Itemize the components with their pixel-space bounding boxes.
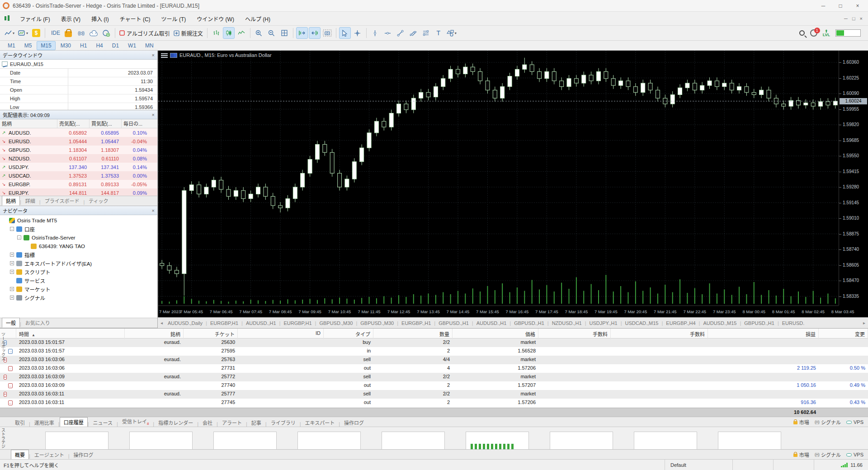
toolbox-tab-会社[interactable]: 会社 xyxy=(198,418,217,428)
tester-preview-card[interactable] xyxy=(634,432,697,449)
toolbox-tab-記事[interactable]: 記事 xyxy=(247,418,265,428)
toolbox-tab-口座履歴[interactable]: 口座履歴 xyxy=(60,417,88,427)
chart-tab-AUDUSD.,H1[interactable]: AUDUSD.,H1 xyxy=(473,319,510,327)
navigator-item[interactable]: -口座 xyxy=(0,225,157,233)
shapes-button[interactable]: ▾ xyxy=(445,27,458,39)
channel-button[interactable] xyxy=(407,27,419,39)
text-tool-button[interactable]: T xyxy=(433,27,444,39)
horizontal-line-button[interactable] xyxy=(382,27,394,39)
expand-icon[interactable]: + xyxy=(10,296,14,300)
screenshot-button[interactable] xyxy=(321,27,333,39)
chart-tab-AUDUSD.,Daily[interactable]: AUDUSD.,Daily xyxy=(165,319,206,327)
toolbox-tab-操作ログ[interactable]: 操作ログ xyxy=(340,418,368,428)
market-watch-row[interactable]: ↘GBPUSD.1.183041.183070.04% xyxy=(0,146,157,154)
collapse-icon[interactable]: - xyxy=(10,227,14,231)
chart-tab-USDCAD.,M15[interactable]: USDCAD.,M15 xyxy=(622,319,662,327)
timeframe-M15[interactable]: M15 xyxy=(37,41,55,50)
level-indicator[interactable]: LVL xyxy=(823,29,830,37)
signal-status[interactable]: ((•))シグナル xyxy=(815,418,841,426)
vertical-line-button[interactable] xyxy=(369,27,381,39)
navigator-item[interactable]: +Osiris Trade MT5 xyxy=(0,216,157,225)
tester-tab-概要[interactable]: 概要 xyxy=(11,450,29,460)
navigator-item[interactable]: +サービス xyxy=(0,276,157,285)
collapse-icon[interactable]: - xyxy=(17,235,21,240)
toolbox-tab-運用比率[interactable]: 運用比率 xyxy=(30,418,58,428)
tester-preview-card[interactable] xyxy=(382,432,445,449)
toolbox-tab-エキスパート[interactable]: エキスパート xyxy=(301,418,339,428)
auto-scroll-button[interactable] xyxy=(296,27,308,39)
timeframe-H4[interactable]: H4 xyxy=(92,41,107,50)
expand-icon[interactable]: + xyxy=(10,270,14,274)
chart-tab-EURUSD.[interactable]: EURUSD. xyxy=(779,319,808,327)
ide-button[interactable]: IDE xyxy=(48,27,61,39)
column-損益[interactable]: 損益 xyxy=(708,329,819,339)
timeframe-MN[interactable]: MN xyxy=(141,41,158,50)
column-チケット[interactable]: チケット xyxy=(184,329,238,339)
column-価格[interactable]: 価格 xyxy=(453,329,538,339)
menu-ヘルプ (H)[interactable]: ヘルプ (H) xyxy=(240,13,276,24)
history-row[interactable]: ≡2023.03.03 16:03:11euraud.25777sell2/2m… xyxy=(0,390,868,399)
history-row[interactable]: ←2023.03.03 16:03:0927740out21.572071 05… xyxy=(0,381,868,390)
data-window-symbol-row[interactable]: EURAUD.,M15 xyxy=(0,60,157,69)
child-close-button[interactable]: × xyxy=(860,16,863,21)
cloud-button[interactable] xyxy=(88,27,99,39)
community-button[interactable] xyxy=(100,27,112,39)
tester-preview-card[interactable] xyxy=(466,432,529,449)
timeframe-M1[interactable]: M1 xyxy=(4,41,19,50)
chart-tab-GBPUSD.,H1[interactable]: GBPUSD.,H1 xyxy=(741,319,778,327)
bars-chart-button[interactable] xyxy=(210,27,222,39)
navigator-item[interactable]: +シグナル xyxy=(0,293,157,302)
menu-挿入 (I)[interactable]: 挿入 (I) xyxy=(86,13,114,24)
chart-tab-AUDUSD.,H1[interactable]: AUDUSD.,H1 xyxy=(243,319,279,327)
column-数量[interactable]: 数量 xyxy=(373,329,453,339)
chart-tab-GBPUSD.,H1[interactable]: GBPUSD.,H1 xyxy=(511,319,547,327)
profile-selector[interactable]: Default xyxy=(665,460,732,470)
column-時間[interactable]: 時間▲ xyxy=(16,329,125,339)
market-watch-header[interactable]: 銘柄 売気配(... 買気配(... 毎日の... xyxy=(0,119,157,128)
crosshair-button[interactable] xyxy=(352,27,363,39)
chart-tab-NZDUSD.,H1[interactable]: NZDUSD.,H1 xyxy=(549,319,585,327)
market-watch-row[interactable]: ↘EURUSD.1.054441.05447-0.04% xyxy=(0,137,157,146)
market-status[interactable]: 市場 xyxy=(793,418,809,426)
column-手数料[interactable]: 手数料 xyxy=(611,329,708,339)
new-order-button[interactable]: 新規注文 xyxy=(172,27,204,39)
mw-tab-プライスボード[interactable]: プライスボード xyxy=(41,196,84,206)
navigator-item[interactable]: +エキスパートアドバイザ(EA) xyxy=(0,259,157,268)
market-bag-button[interactable] xyxy=(62,27,74,39)
chart-tab-AUDUSD.,M15[interactable]: AUDUSD.,M15 xyxy=(700,319,740,327)
scroll-left-icon[interactable]: ◂ xyxy=(159,320,165,325)
history-row[interactable]: ≡2023.03.03 16:03:09euraud.25772sell2/2m… xyxy=(0,373,868,381)
child-restore-button[interactable]: □ xyxy=(852,16,855,21)
history-row[interactable]: ≡2023.03.03 15:01:57euraud.25630buy2/2ma… xyxy=(0,338,868,347)
timeframe-M5[interactable]: M5 xyxy=(20,41,36,50)
history-header-row[interactable]: 時間▲銘柄チケットIDタイプ数量価格手数料手数料損益変更 xyxy=(0,329,868,338)
maximize-button[interactable]: □ xyxy=(833,1,848,10)
column-銘柄[interactable]: 銘柄 xyxy=(125,329,184,339)
chart-shift-button[interactable] xyxy=(309,27,321,39)
column-手数料[interactable]: 手数料 xyxy=(538,329,611,339)
one-click-trading-icon[interactable] xyxy=(161,53,168,58)
toolbox-tab-アラート[interactable]: アラート xyxy=(218,418,246,428)
tester-preview-card[interactable] xyxy=(718,432,781,449)
tester-preview-card[interactable] xyxy=(129,432,193,449)
chart-type-button[interactable]: ▾ xyxy=(3,27,16,39)
close-button[interactable]: × xyxy=(850,1,865,10)
history-row[interactable]: →2023.03.03 15:01:5727595in21.56528 xyxy=(0,347,868,356)
fibonacci-button[interactable] xyxy=(420,27,432,39)
navigator-item[interactable]: +指標 xyxy=(0,250,157,259)
price-axis[interactable]: 1.603601.602251.600901.599551.598201.596… xyxy=(839,51,868,306)
close-icon[interactable]: × xyxy=(152,208,155,213)
navigator-item[interactable]: +マーケット xyxy=(0,285,157,293)
navigator-item[interactable]: +スクリプト xyxy=(0,268,157,276)
market-watch-row[interactable]: ↗USDCAD.1.375231.375330.00% xyxy=(0,171,157,180)
trendline-button[interactable] xyxy=(395,27,406,39)
close-icon[interactable]: × xyxy=(152,52,155,58)
scroll-right-icon[interactable]: ▸ xyxy=(861,320,867,325)
tester-tab-エージェント[interactable]: エージェント xyxy=(30,450,68,460)
algo-trading-button[interactable]: アルゴリズム取引 xyxy=(118,27,171,39)
deposit-button[interactable]: $ xyxy=(30,27,42,39)
mw-tab-銘柄[interactable]: 銘柄 xyxy=(2,196,20,206)
candlestick-chart-button[interactable] xyxy=(223,27,235,39)
market-status[interactable]: 市場 xyxy=(793,451,809,458)
tester-preview-card[interactable] xyxy=(550,432,613,449)
